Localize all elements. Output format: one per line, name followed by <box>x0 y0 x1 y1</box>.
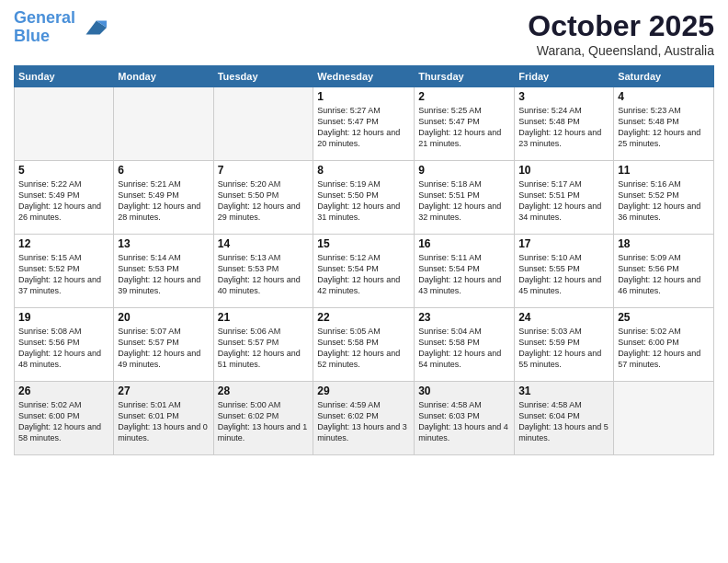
weekday-header-thursday: Thursday <box>415 66 515 87</box>
calendar-cell: 1Sunrise: 5:27 AM Sunset: 5:47 PM Daylig… <box>313 87 415 161</box>
day-number: 28 <box>218 385 310 397</box>
day-number: 20 <box>118 311 209 324</box>
day-info: Sunrise: 5:12 AM Sunset: 5:54 PM Dayligh… <box>317 252 410 297</box>
day-number: 16 <box>418 237 510 250</box>
calendar-cell: 20Sunrise: 5:07 AM Sunset: 5:57 PM Dayli… <box>114 308 213 382</box>
day-info: Sunrise: 4:58 AM Sunset: 6:04 PM Dayligh… <box>518 399 609 444</box>
day-number: 26 <box>18 385 109 397</box>
calendar-cell: 11Sunrise: 5:16 AM Sunset: 5:52 PM Dayli… <box>614 161 714 235</box>
weekday-header-wednesday: Wednesday <box>313 66 415 87</box>
calendar-cell: 28Sunrise: 5:00 AM Sunset: 6:02 PM Dayli… <box>213 382 313 455</box>
day-number: 24 <box>518 311 609 324</box>
location: Warana, Queensland, Australia <box>528 43 714 58</box>
calendar-cell: 25Sunrise: 5:02 AM Sunset: 6:00 PM Dayli… <box>614 308 714 382</box>
page-header: General Blue October 2025 Warana, Queens… <box>14 9 714 58</box>
day-info: Sunrise: 5:06 AM Sunset: 5:57 PM Dayligh… <box>218 326 310 371</box>
day-number: 23 <box>418 311 510 324</box>
calendar-cell: 7Sunrise: 5:20 AM Sunset: 5:50 PM Daylig… <box>213 161 313 235</box>
logo-general: General <box>14 8 75 27</box>
day-info: Sunrise: 5:00 AM Sunset: 6:02 PM Dayligh… <box>218 399 310 444</box>
calendar-cell: 6Sunrise: 5:21 AM Sunset: 5:49 PM Daylig… <box>114 161 213 235</box>
day-info: Sunrise: 5:11 AM Sunset: 5:54 PM Dayligh… <box>418 252 510 297</box>
weekday-header-sunday: Sunday <box>15 66 114 87</box>
day-info: Sunrise: 5:25 AM Sunset: 5:47 PM Dayligh… <box>418 105 510 150</box>
calendar-cell: 3Sunrise: 5:24 AM Sunset: 5:48 PM Daylig… <box>515 87 614 161</box>
calendar-week-5: 26Sunrise: 5:02 AM Sunset: 6:00 PM Dayli… <box>15 382 714 455</box>
calendar-table: SundayMondayTuesdayWednesdayThursdayFrid… <box>14 65 714 455</box>
weekday-header-monday: Monday <box>114 66 213 87</box>
month-title: October 2025 <box>528 9 714 43</box>
day-number: 22 <box>317 311 410 324</box>
day-number: 29 <box>317 385 410 397</box>
day-info: Sunrise: 5:07 AM Sunset: 5:57 PM Dayligh… <box>118 326 209 371</box>
logo-icon <box>79 14 107 41</box>
day-number: 12 <box>18 237 109 250</box>
day-number: 19 <box>18 311 109 324</box>
calendar-cell: 29Sunrise: 4:59 AM Sunset: 6:02 PM Dayli… <box>313 382 415 455</box>
day-number: 4 <box>618 90 710 103</box>
day-info: Sunrise: 5:23 AM Sunset: 5:48 PM Dayligh… <box>618 105 710 150</box>
day-number: 21 <box>218 311 310 324</box>
day-number: 11 <box>618 164 710 177</box>
calendar-cell: 4Sunrise: 5:23 AM Sunset: 5:48 PM Daylig… <box>614 87 714 161</box>
calendar-cell: 26Sunrise: 5:02 AM Sunset: 6:00 PM Dayli… <box>15 382 114 455</box>
calendar-cell: 27Sunrise: 5:01 AM Sunset: 6:01 PM Dayli… <box>114 382 213 455</box>
calendar-week-2: 5Sunrise: 5:22 AM Sunset: 5:49 PM Daylig… <box>15 161 714 235</box>
day-info: Sunrise: 5:05 AM Sunset: 5:58 PM Dayligh… <box>317 326 410 371</box>
calendar-week-4: 19Sunrise: 5:08 AM Sunset: 5:56 PM Dayli… <box>15 308 714 382</box>
calendar-cell: 8Sunrise: 5:19 AM Sunset: 5:50 PM Daylig… <box>313 161 415 235</box>
logo: General Blue <box>14 9 107 46</box>
day-number: 9 <box>418 164 510 177</box>
calendar-cell: 18Sunrise: 5:09 AM Sunset: 5:56 PM Dayli… <box>614 235 714 308</box>
calendar-cell: 15Sunrise: 5:12 AM Sunset: 5:54 PM Dayli… <box>313 235 415 308</box>
day-number: 27 <box>118 385 209 397</box>
day-number: 1 <box>317 90 410 103</box>
calendar-week-1: 1Sunrise: 5:27 AM Sunset: 5:47 PM Daylig… <box>15 87 714 161</box>
calendar-cell: 2Sunrise: 5:25 AM Sunset: 5:47 PM Daylig… <box>415 87 515 161</box>
calendar-cell: 5Sunrise: 5:22 AM Sunset: 5:49 PM Daylig… <box>15 161 114 235</box>
day-info: Sunrise: 5:03 AM Sunset: 5:59 PM Dayligh… <box>518 326 609 371</box>
calendar-cell <box>614 382 714 455</box>
calendar-cell: 19Sunrise: 5:08 AM Sunset: 5:56 PM Dayli… <box>15 308 114 382</box>
weekday-header-saturday: Saturday <box>614 66 714 87</box>
calendar-cell: 31Sunrise: 4:58 AM Sunset: 6:04 PM Dayli… <box>515 382 614 455</box>
calendar-cell: 9Sunrise: 5:18 AM Sunset: 5:51 PM Daylig… <box>415 161 515 235</box>
calendar-cell <box>213 87 313 161</box>
day-info: Sunrise: 5:18 AM Sunset: 5:51 PM Dayligh… <box>418 178 510 224</box>
day-number: 25 <box>618 311 710 324</box>
logo-blue: Blue <box>14 27 50 45</box>
day-number: 8 <box>317 164 410 177</box>
day-number: 7 <box>218 164 310 177</box>
day-number: 5 <box>18 164 109 177</box>
day-info: Sunrise: 5:21 AM Sunset: 5:49 PM Dayligh… <box>118 178 209 224</box>
day-number: 31 <box>518 385 609 397</box>
day-info: Sunrise: 5:20 AM Sunset: 5:50 PM Dayligh… <box>218 178 310 224</box>
weekday-header-tuesday: Tuesday <box>213 66 313 87</box>
day-info: Sunrise: 5:13 AM Sunset: 5:53 PM Dayligh… <box>218 252 310 297</box>
weekday-header-friday: Friday <box>515 66 614 87</box>
day-info: Sunrise: 5:24 AM Sunset: 5:48 PM Dayligh… <box>518 105 609 150</box>
day-number: 10 <box>518 164 609 177</box>
day-number: 14 <box>218 237 310 250</box>
day-number: 15 <box>317 237 410 250</box>
day-info: Sunrise: 5:19 AM Sunset: 5:50 PM Dayligh… <box>317 178 410 224</box>
day-info: Sunrise: 4:59 AM Sunset: 6:02 PM Dayligh… <box>317 399 410 444</box>
day-number: 3 <box>518 90 609 103</box>
day-info: Sunrise: 5:17 AM Sunset: 5:51 PM Dayligh… <box>518 178 609 224</box>
calendar-cell: 16Sunrise: 5:11 AM Sunset: 5:54 PM Dayli… <box>415 235 515 308</box>
day-number: 18 <box>618 237 710 250</box>
logo-text: General Blue <box>14 9 75 46</box>
calendar-cell: 13Sunrise: 5:14 AM Sunset: 5:53 PM Dayli… <box>114 235 213 308</box>
calendar-cell <box>15 87 114 161</box>
day-number: 2 <box>418 90 510 103</box>
title-block: October 2025 Warana, Queensland, Austral… <box>528 9 714 58</box>
day-info: Sunrise: 5:22 AM Sunset: 5:49 PM Dayligh… <box>18 178 109 224</box>
weekday-header-row: SundayMondayTuesdayWednesdayThursdayFrid… <box>15 66 714 87</box>
day-info: Sunrise: 5:09 AM Sunset: 5:56 PM Dayligh… <box>618 252 710 297</box>
calendar-cell: 12Sunrise: 5:15 AM Sunset: 5:52 PM Dayli… <box>15 235 114 308</box>
day-info: Sunrise: 5:02 AM Sunset: 6:00 PM Dayligh… <box>618 326 710 371</box>
day-info: Sunrise: 5:16 AM Sunset: 5:52 PM Dayligh… <box>618 178 710 224</box>
calendar-cell: 14Sunrise: 5:13 AM Sunset: 5:53 PM Dayli… <box>213 235 313 308</box>
day-info: Sunrise: 5:04 AM Sunset: 5:58 PM Dayligh… <box>418 326 510 371</box>
calendar-cell <box>114 87 213 161</box>
